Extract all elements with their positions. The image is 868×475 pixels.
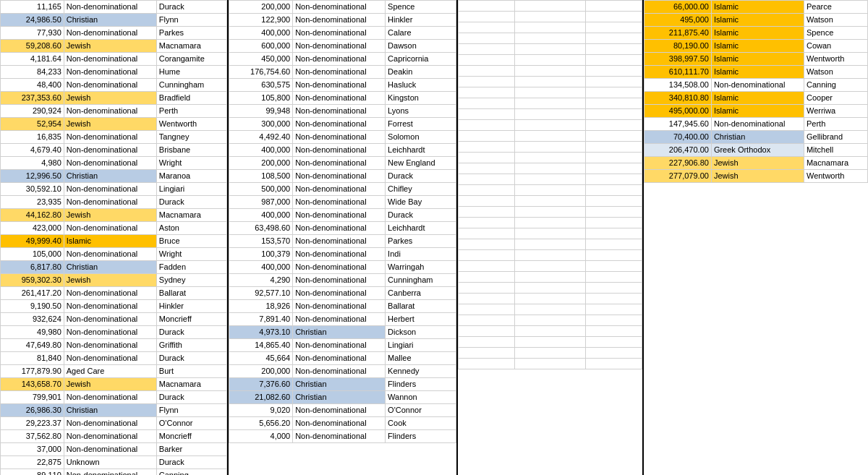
electorate-cell: Durack: [156, 456, 227, 469]
empty-cell: [458, 33, 514, 44]
amount-cell: 227,906.80: [644, 157, 711, 170]
religion-cell: Non-denominational: [64, 53, 156, 66]
religion-cell: Non-denominational: [293, 14, 386, 27]
empty-cell: [586, 163, 642, 174]
amount-cell: 24,986.50: [1, 14, 64, 27]
empty-cell: [586, 228, 642, 239]
electorate-cell: Flynn: [156, 14, 227, 27]
religion-cell: Non-denominational: [293, 313, 386, 326]
electorate-cell: Ballarat: [156, 287, 227, 300]
table-row: 400,000Non-denominationalDurack: [229, 209, 456, 222]
amount-cell: 11,165: [1, 1, 64, 14]
empty-cell: [586, 218, 642, 228]
amount-cell: 45,664: [229, 352, 293, 365]
empty-row: [458, 153, 642, 163]
amount-cell: 80,190.00: [644, 40, 711, 53]
amount-cell: 340,810.80: [644, 92, 711, 105]
table-row: 99,948Non-denominationalLyons: [229, 105, 456, 118]
table-row: 400,000Non-denominationalLeichhardt: [229, 144, 456, 157]
table-row: 176,754.60Non-denominationalDeakin: [229, 66, 456, 79]
empty-cell: [586, 239, 642, 250]
empty-row: [458, 359, 642, 369]
table-row: 105,800Non-denominationalKingston: [229, 92, 456, 105]
electorate-cell: Wide Bay: [386, 196, 456, 209]
electorate-cell: Bruce: [156, 235, 227, 248]
amount-cell: 14,865.40: [229, 339, 293, 352]
electorate-cell: Dawson: [386, 40, 456, 53]
amount-cell: 206,470.00: [644, 144, 711, 157]
table-row: 122,900Non-denominationalHinkler: [229, 14, 456, 27]
empty-cell: [586, 261, 642, 272]
empty-cell: [586, 348, 642, 359]
empty-row: [458, 66, 642, 77]
electorate-cell: Kingston: [386, 92, 456, 105]
table-row: 77,930Non-denominationalParkes: [1, 27, 227, 40]
empty-cell: [458, 283, 514, 294]
amount-cell: 63,498.60: [229, 222, 293, 235]
empty-cell: [458, 12, 514, 22]
empty-cell: [586, 250, 642, 261]
empty-row: [458, 1, 642, 12]
religion-cell: Non-denominational: [293, 300, 386, 313]
empty-cell: [515, 120, 586, 131]
empty-row: [458, 77, 642, 87]
table-row: 70,400.00ChristianGellibrand: [644, 131, 868, 144]
table-row: 5,656.20Non-denominationalCook: [229, 417, 456, 430]
religion-cell: Non-denominational: [64, 339, 156, 352]
amount-cell: 400,000: [229, 27, 293, 40]
empty-cell: [586, 315, 642, 326]
amount-cell: 300,000: [229, 118, 293, 131]
table-row: 610,111.70IslamicWatson: [644, 66, 868, 79]
table-row: 4,973.10ChristianDickson: [229, 326, 456, 339]
empty-cell: [515, 109, 586, 120]
table-row: 24,986.50ChristianFlynn: [1, 14, 227, 27]
religion-cell: Non-denominational: [293, 40, 386, 53]
amount-cell: 52,954: [1, 118, 64, 131]
electorate-cell: Durack: [386, 170, 456, 183]
table-row: 44,162.80JewishMacnamara: [1, 209, 227, 222]
electorate-cell: Deakin: [386, 66, 456, 79]
empty-row: [458, 22, 642, 33]
religion-cell: Islamic: [711, 66, 804, 79]
electorate-cell: Moncrieff: [156, 430, 227, 443]
electorate-cell: Gellibrand: [804, 131, 867, 144]
empty-cell: [586, 55, 642, 66]
empty-row: [458, 348, 642, 359]
empty-cell: [515, 315, 586, 326]
empty-row: [458, 12, 642, 22]
table-row: 37,000Non-denominationalBarker: [1, 443, 227, 456]
table-row: 4,679.40Non-denominationalBrisbane: [1, 144, 227, 157]
empty-cell: [515, 218, 586, 228]
empty-cell: [515, 22, 586, 33]
religion-cell: Non-denominational: [293, 157, 386, 170]
empty-cell: [458, 55, 514, 66]
empty-cell: [458, 44, 514, 55]
amount-cell: 200,000: [229, 157, 293, 170]
empty-cell: [458, 87, 514, 98]
table-row: 500,000Non-denominationalChifley: [229, 183, 456, 196]
religion-cell: Non-denominational: [293, 66, 386, 79]
amount-cell: 108,500: [229, 170, 293, 183]
amount-cell: 600,000: [229, 40, 293, 53]
religion-cell: Non-denominational: [64, 27, 156, 40]
empty-cell: [515, 174, 586, 185]
empty-cell: [458, 174, 514, 185]
table-row: 211,875.40IslamicSpence: [644, 27, 868, 40]
electorate-cell: Durack: [156, 196, 227, 209]
empty-cell: [515, 12, 586, 22]
column-group-4: 66,000.00IslamicPearce495,000IslamicWats…: [644, 0, 868, 475]
empty-cell: [458, 1, 514, 12]
religion-cell: Non-denominational: [64, 1, 156, 14]
empty-row: [458, 272, 642, 283]
electorate-cell: Cooper: [804, 92, 867, 105]
empty-cell: [586, 12, 642, 22]
empty-cell: [586, 272, 642, 283]
religion-cell: Non-denominational: [64, 222, 156, 235]
table-row: 134,508.00Non-denominationalCanning: [644, 79, 868, 92]
empty-cell: [515, 348, 586, 359]
religion-cell: Christian: [64, 170, 156, 183]
religion-cell: Islamic: [711, 1, 804, 14]
religion-cell: Non-denominational: [293, 92, 386, 105]
electorate-cell: O'Connor: [386, 404, 456, 417]
amount-cell: 495,000.00: [644, 105, 711, 118]
